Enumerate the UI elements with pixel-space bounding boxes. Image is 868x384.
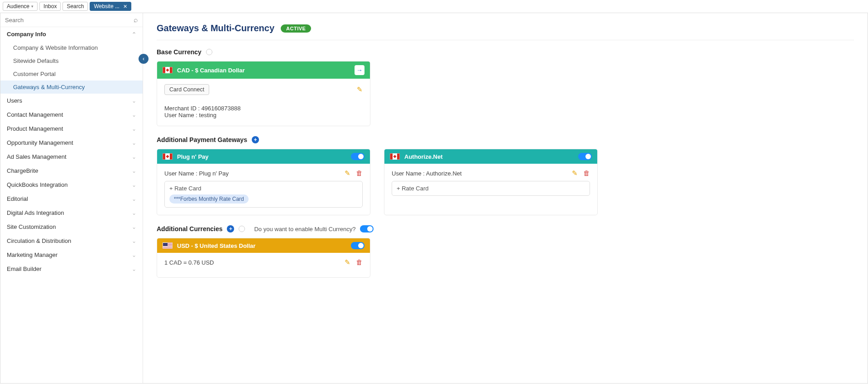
chevron-down-icon: ⌄ (132, 266, 136, 272)
chevron-down-icon: ⌄ (132, 98, 136, 104)
tab-audience[interactable]: Audience (3, 2, 38, 11)
chevron-down-icon: ⌄ (132, 126, 136, 132)
sidebar-item-sitewide-defaults[interactable]: Sitewide Defaults (0, 54, 143, 67)
sidebar-group-site-customization[interactable]: Site Customization⌄ (0, 220, 143, 234)
sidebar-group-users[interactable]: Users⌄ (0, 94, 143, 108)
edit-icon[interactable]: ✎ (345, 169, 350, 177)
delete-icon[interactable]: 🗑 (356, 258, 363, 266)
chevron-down-icon: ⌄ (132, 140, 136, 146)
tab-search-label: Search (67, 3, 84, 9)
sidebar-group-label: Marketing Manager (7, 251, 58, 258)
flag-canada-icon (163, 153, 173, 160)
flag-canada-icon (163, 67, 173, 73)
rate-card-box: + Rate Card ***Forbes Monthly Rate Card (164, 181, 363, 208)
sidebar-group-circulation-distribution[interactable]: Circulation & Distribution⌄ (0, 234, 143, 248)
delete-icon[interactable]: 🗑 (583, 169, 590, 177)
multi-currency-toggle[interactable] (360, 225, 374, 232)
sidebar-group-marketing-manager[interactable]: Marketing Manager⌄ (0, 248, 143, 262)
chevron-down-icon: ⌄ (132, 182, 136, 188)
sidebar-item-company-website-info[interactable]: Company & Website Information (0, 41, 143, 54)
sidebar-group-chargebrite[interactable]: ChargeBrite⌄ (0, 164, 143, 178)
tab-search[interactable]: Search (62, 2, 88, 11)
tab-inbox[interactable]: Inbox (39, 2, 61, 11)
tab-website-label: Website ... (94, 3, 119, 9)
chevron-down-icon: ⌄ (132, 252, 136, 258)
sidebar-group-editorial[interactable]: Editorial⌄ (0, 192, 143, 206)
section-title: Additional Payment Gateways (157, 136, 247, 143)
card-header: Authorize.Net (384, 149, 597, 164)
card-header: USD - $ United States Dollar (157, 238, 370, 253)
currency-toggle[interactable] (351, 242, 364, 249)
gateway-card-authorizenet: Authorize.Net User Name : Authorize.Net … (384, 149, 598, 215)
sidebar-group-contact-management[interactable]: Contact Management⌄ (0, 108, 143, 122)
sidebar-item-gateways-multicurrency[interactable]: Gateways & Multi-Currency (0, 81, 143, 94)
gateway-toggle[interactable] (351, 153, 364, 160)
add-rate-card-button[interactable]: + Rate Card (169, 185, 358, 192)
sidebar-group-label: Opportunity Management (7, 139, 73, 146)
username-text: User Name : testing (164, 112, 363, 119)
sidebar-group-quickbooks-integration[interactable]: QuickBooks Integration⌄ (0, 178, 143, 192)
chevron-down-icon: ⌄ (132, 154, 136, 160)
delete-icon[interactable]: 🗑 (356, 169, 363, 177)
sidebar: ⌕ Company Info ⌃ Company & Website Infor… (0, 13, 143, 383)
multi-currency-prompt: Do you want to enable Multi Currency? (254, 225, 374, 232)
username-text: User Name : Plug n' Pay (164, 170, 229, 177)
section-title: Additional Currencies (157, 225, 222, 232)
sidebar-group-opportunity-management[interactable]: Opportunity Management⌄ (0, 136, 143, 150)
edit-icon[interactable]: ✎ (572, 169, 578, 177)
sidebar-group-label: ChargeBrite (7, 167, 38, 174)
sidebar-group-product-management[interactable]: Product Management⌄ (0, 122, 143, 136)
tab-inbox-label: Inbox (43, 3, 57, 9)
section-additional-gateways: Additional Payment Gateways + (157, 136, 854, 143)
add-currency-button[interactable]: + (227, 225, 234, 232)
collapse-sidebar-button[interactable]: ‹ (139, 54, 149, 64)
chevron-down-icon: ⌄ (132, 168, 136, 174)
chevron-down-icon: ⌄ (132, 224, 136, 230)
section-title: Base Currency (157, 48, 201, 56)
sidebar-group-label: Digital Ads Integration (7, 209, 64, 216)
card-header-label: CAD - $ Canadian Dollar (177, 67, 245, 74)
add-rate-card-button[interactable]: + Rate Card (397, 185, 585, 192)
close-icon[interactable]: ✕ (123, 4, 127, 9)
sidebar-group-label: Contact Management (7, 111, 63, 118)
chevron-down-icon: ⌄ (132, 112, 136, 118)
card-header-label: Plug n' Pay (177, 153, 209, 160)
edit-icon[interactable]: ✎ (357, 85, 363, 94)
add-gateway-button[interactable]: + (252, 136, 259, 143)
top-tab-bar: Audience Inbox Search Website ... ✕ (0, 0, 868, 13)
chevron-down-icon: ⌄ (132, 210, 136, 216)
rate-card-tag[interactable]: ***Forbes Monthly Rate Card (169, 194, 249, 204)
flag-usa-icon (163, 242, 173, 249)
edit-icon[interactable]: ✎ (345, 258, 350, 266)
currency-card-usd: USD - $ United States Dollar 1 CAD = 0.7… (157, 238, 370, 278)
main-content: Gateways & Multi-Currency ACTIVE Base Cu… (143, 13, 868, 383)
open-arrow-button[interactable]: → (355, 65, 364, 75)
sidebar-group-label: Editorial (7, 195, 28, 202)
sidebar-group-label: Email Builder (7, 265, 42, 272)
sidebar-group-label: Company Info (7, 31, 46, 38)
sidebar-group-label: Ad Sales Management (7, 153, 67, 160)
tab-audience-label: Audience (7, 3, 29, 9)
info-icon[interactable] (206, 49, 212, 55)
exchange-rate-text: 1 CAD = 0.76 USD (164, 259, 214, 266)
gateway-chip[interactable]: Card Connect (164, 84, 209, 95)
search-icon[interactable]: ⌕ (134, 16, 138, 24)
chevron-up-icon: ⌃ (132, 31, 136, 38)
tab-website[interactable]: Website ... ✕ (90, 2, 131, 11)
page-header: Gateways & Multi-Currency ACTIVE (157, 23, 854, 40)
card-header: Plug n' Pay (157, 149, 370, 164)
base-currency-card: CAD - $ Canadian Dollar → Card Connect ✎… (157, 61, 370, 126)
sidebar-group-digital-ads-integration[interactable]: Digital Ads Integration⌄ (0, 206, 143, 220)
sidebar-group-label: Circulation & Distribution (7, 237, 71, 244)
card-header-label: USD - $ United States Dollar (177, 242, 255, 249)
sidebar-group-email-builder[interactable]: Email Builder⌄ (0, 262, 143, 276)
search-input[interactable] (5, 17, 134, 24)
card-header: CAD - $ Canadian Dollar → (157, 62, 370, 79)
sidebar-group-company-info[interactable]: Company Info ⌃ (0, 27, 143, 41)
gateway-toggle[interactable] (578, 153, 592, 160)
sidebar-group-label: Site Customization (7, 223, 56, 230)
username-text: User Name : Authorize.Net (392, 170, 462, 177)
sidebar-group-ad-sales-management[interactable]: Ad Sales Management⌄ (0, 150, 143, 164)
info-icon[interactable] (239, 226, 245, 232)
sidebar-item-customer-portal[interactable]: Customer Portal (0, 67, 143, 81)
